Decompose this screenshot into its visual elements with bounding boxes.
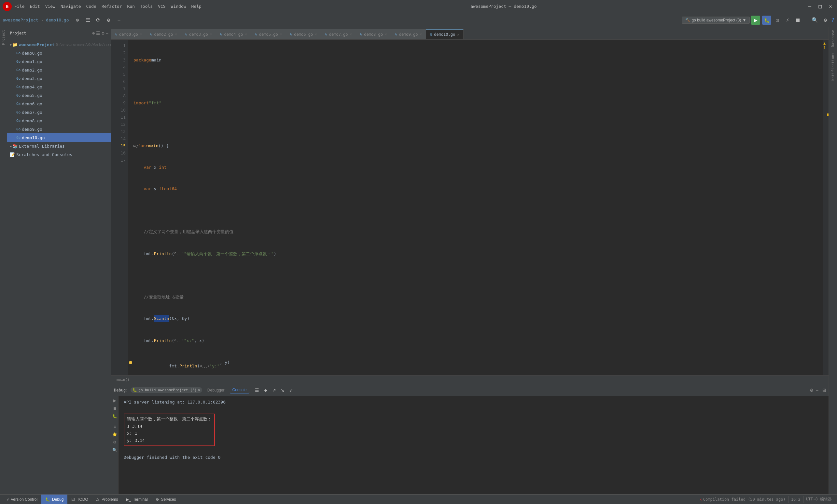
tree-item-demo3[interactable]: Go demo3.go [7, 74, 111, 82]
menu-edit[interactable]: Edit [30, 4, 40, 9]
debug-ctrl-4[interactable]: ↘ [279, 386, 286, 394]
debug-side-btn-3[interactable]: 🐛 [112, 413, 118, 419]
menu-tools[interactable]: Tools [140, 4, 153, 9]
debug-ctrl-2[interactable]: ⏮ [262, 386, 270, 394]
toolbar-minus-icon[interactable]: − [114, 16, 124, 25]
sidebar-icon-1[interactable]: ⊕ [92, 31, 95, 36]
debug-tag-close[interactable]: ✕ [198, 388, 200, 392]
tree-item-demo10[interactable]: Go demo10.go [7, 133, 111, 142]
tree-item-scratches[interactable]: 📝 Scratches and Consoles [7, 150, 111, 159]
debug-minimize-icon[interactable]: − [816, 388, 818, 393]
notifications-label[interactable]: Notifications [830, 50, 836, 83]
tab-demo7-close[interactable]: ✕ [350, 32, 352, 36]
debug-output[interactable]: API server listening at: 127.0.0.1:62396… [119, 396, 829, 494]
tab-demo3-close[interactable]: ✕ [210, 32, 212, 36]
debug-status-button[interactable]: 🐛 Debug [41, 494, 67, 504]
menu-refactor[interactable]: Refactor [102, 4, 122, 9]
tab-demo5[interactable]: G demo5.go ✕ [251, 29, 286, 39]
tree-item-demo2[interactable]: Go demo2.go [7, 66, 111, 74]
database-label[interactable]: Database [830, 27, 836, 50]
tree-item-demo0[interactable]: Go demo0.go [7, 49, 111, 57]
tab-demo9[interactable]: G demo9.go ✕ [391, 29, 426, 39]
debug-button[interactable]: 🐛 [762, 16, 771, 25]
debug-side-btn-5[interactable]: ⭐ [112, 431, 118, 438]
code-content[interactable]: package main import "fmt" ▶ ○func main()… [128, 40, 829, 375]
debug-ctrl-1[interactable]: ☰ [253, 386, 261, 394]
problems-button[interactable]: ⚠ Problems [92, 494, 122, 504]
debug-side-btn-7[interactable]: 🔍 [112, 447, 118, 453]
project-panel-label[interactable]: Project [1, 27, 5, 48]
debug-side-btn-4[interactable]: ≡ [112, 423, 118, 430]
tree-item-demo6[interactable]: Go demo6.go [7, 99, 111, 108]
debug-build-tag[interactable]: 🐛 go build awesomeProject (3) ✕ [130, 387, 202, 393]
breadcrumb-project[interactable]: awesomeProject [3, 18, 38, 22]
tab-demo2[interactable]: G demo2.go ✕ [146, 29, 181, 39]
sidebar-header-icons[interactable]: ⊕ ☰ ⚙ − [92, 31, 108, 36]
tab-demo7[interactable]: G demo7.go ✕ [321, 29, 356, 39]
menu-code[interactable]: Code [86, 4, 96, 9]
debug-layout-icon[interactable]: ⊞ [822, 387, 826, 393]
tab-demo0[interactable]: G demo0.go ✕ [111, 29, 146, 39]
tab-demo6-close[interactable]: ✕ [315, 32, 317, 36]
tree-item-demo1[interactable]: Go demo1.go [7, 57, 111, 66]
toolbar-icon-3[interactable]: ⟳ [94, 16, 103, 25]
tab-demo10-close[interactable]: ✕ [457, 33, 459, 37]
terminal-button[interactable]: ▶_ Terminal [122, 494, 152, 504]
menu-window[interactable]: Window [171, 4, 186, 9]
tab-demo6[interactable]: G demo6.go ✕ [286, 29, 321, 39]
menu-run[interactable]: Run [127, 4, 135, 9]
tree-item-project-root[interactable]: ▼ 📁 awesomeProject D:\environment\GoWork… [7, 40, 111, 49]
toolbar-settings-icon[interactable]: ⚙ [104, 16, 113, 25]
tab-demo9-close[interactable]: ✕ [420, 32, 422, 36]
tree-item-ext-libs[interactable]: ▶ 📚 External Libraries [7, 142, 111, 150]
tab-demo5-close[interactable]: ✕ [280, 32, 282, 36]
debug-settings-icon[interactable]: ⚙ [810, 387, 813, 393]
tree-item-demo4[interactable]: Go demo4.go [7, 82, 111, 91]
settings-icon[interactable]: ⚙ [821, 16, 830, 25]
toolbar-coverage-icon[interactable]: ☑ [772, 16, 782, 25]
window-controls[interactable]: ─ □ ✕ [806, 3, 834, 11]
menu-navigate[interactable]: Navigate [60, 4, 81, 9]
services-button[interactable]: ⚙ Services [152, 494, 180, 504]
tab-demo3[interactable]: G demo3.go ✕ [181, 29, 216, 39]
toolbar-icon-1[interactable]: ⊕ [73, 16, 82, 25]
toolbar-profile-icon[interactable]: ⚡ [783, 16, 792, 25]
tab-demo2-close[interactable]: ✕ [175, 32, 177, 36]
menu-view[interactable]: View [45, 4, 55, 9]
tab-demo0-close[interactable]: ✕ [140, 32, 142, 36]
toolbar-stop-icon[interactable]: ⏹ [794, 16, 802, 25]
tab-demo8[interactable]: G demo8.go ✕ [356, 29, 391, 39]
debug-side-btn-6[interactable]: ⚙ [112, 439, 118, 446]
maximize-button[interactable]: □ [816, 3, 824, 11]
code-editor[interactable]: 1 2 3 4 5 6 7 8 9 10 11 12 13 14 15 16 1… [111, 40, 829, 375]
menu-vcs[interactable]: VCS [158, 4, 165, 9]
close-button[interactable]: ✕ [826, 3, 834, 11]
debugger-tab[interactable]: Debugger [205, 387, 227, 393]
version-control-button[interactable]: ⑂ Version Control [3, 494, 41, 504]
sidebar-icon-3[interactable]: ⚙ [102, 31, 104, 36]
debug-ctrl-3[interactable]: ↗ [270, 386, 278, 394]
console-tab[interactable]: Console [230, 387, 249, 393]
tab-demo4-close[interactable]: ✕ [245, 32, 247, 36]
tab-demo8-close[interactable]: ✕ [385, 32, 387, 36]
menu-file[interactable]: File [14, 4, 24, 9]
tree-item-demo9[interactable]: Go demo9.go [7, 125, 111, 133]
tree-item-demo7[interactable]: Go demo7.go [7, 108, 111, 116]
menu-help[interactable]: Help [192, 4, 201, 9]
search-everywhere-icon[interactable]: 🔍 [810, 16, 819, 25]
breadcrumb-file[interactable]: demo10.go [46, 18, 69, 22]
tab-demo10[interactable]: G demo10.go ✕ [426, 29, 464, 39]
sidebar-icon-4[interactable]: − [106, 31, 108, 36]
tree-item-demo5[interactable]: Go demo5.go [7, 91, 111, 99]
todo-button[interactable]: ☑ TODO [67, 494, 92, 504]
menu-bar[interactable]: File Edit View Navigate Code Refactor Ru… [14, 4, 201, 9]
debug-side-btn-1[interactable]: ▶ [112, 397, 118, 404]
debug-side-btn-2[interactable]: ⏹ [112, 405, 118, 412]
debug-ctrl-5[interactable]: ↙ [287, 386, 295, 394]
run-button[interactable]: ▶ [751, 16, 760, 25]
tree-item-demo8[interactable]: Go demo8.go [7, 116, 111, 125]
tab-demo4[interactable]: G demo4.go ✕ [216, 29, 251, 39]
minimize-button[interactable]: ─ [806, 3, 814, 11]
sidebar-icon-2[interactable]: ☰ [96, 31, 100, 36]
help-icon[interactable]: ? [831, 17, 834, 23]
